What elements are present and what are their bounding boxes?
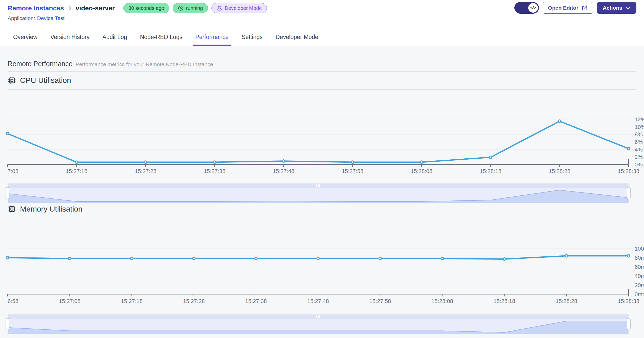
application-label: Application: — [8, 15, 35, 21]
divider — [8, 71, 636, 72]
divider — [8, 218, 636, 218]
remote-instance-performance-page: Remote Instances video-server 30 seconds… — [0, 0, 644, 338]
application-row: Application: Device Test — [8, 15, 65, 21]
svg-text:40mb: 40mb — [635, 273, 644, 279]
panel-subtitle: Performance metrics for your Remote Node… — [76, 61, 213, 67]
panel-title: Remote Performance — [8, 60, 73, 68]
breadcrumb: Remote Instances video-server 30 seconds… — [8, 3, 267, 14]
svg-text:15:27:58: 15:27:58 — [342, 168, 363, 174]
svg-text:15:27:18: 15:27:18 — [66, 168, 88, 174]
tab-developer-mode[interactable]: Developer Mode — [275, 28, 319, 46]
tab-node-red-logs[interactable]: Node-RED Logs — [140, 28, 183, 46]
svg-text:6%: 6% — [635, 139, 643, 145]
code-icon: </> — [528, 3, 538, 13]
svg-text:8%: 8% — [635, 131, 643, 138]
svg-text:12%: 12% — [635, 116, 644, 123]
cpu-range-brush[interactable] — [8, 183, 644, 203]
svg-text:7:08: 7:08 — [8, 168, 18, 174]
svg-text:15:27:08: 15:27:08 — [59, 298, 81, 304]
actions-label: Actions — [603, 5, 622, 11]
svg-text:20mb: 20mb — [635, 282, 644, 288]
svg-text:15:27:18: 15:27:18 — [121, 298, 143, 304]
svg-text:60mb: 60mb — [635, 264, 644, 270]
brush-left-handle[interactable] — [6, 318, 9, 330]
brush-left-handle[interactable] — [6, 187, 9, 199]
svg-text:15:27:28: 15:27:28 — [183, 298, 205, 304]
cpu-utilisation-chart: 0%2%4%6%8%10%12%7:0815:27:1815:27:2815:2… — [8, 99, 644, 175]
developer-mode-toggle[interactable]: </> — [514, 2, 539, 14]
tab-settings[interactable]: Settings — [241, 28, 263, 46]
divider — [8, 89, 636, 90]
panel-header: Remote Performance Performance metrics f… — [8, 60, 213, 68]
svg-text:15:28:38: 15:28:38 — [618, 168, 639, 174]
chevron-right-icon — [67, 5, 73, 11]
last-seen-label: 30 seconds ago — [128, 5, 164, 11]
developer-mode-badge: Developer Mode — [211, 3, 267, 13]
memory-utilisation-chart: 0mb20mb40mb60mb80mb100mb6:5815:27:0815:2… — [8, 228, 644, 307]
open-editor-label: Open Editor — [548, 5, 578, 11]
svg-text:15:27:48: 15:27:48 — [273, 168, 295, 174]
chevron-down-icon — [625, 5, 631, 11]
memory-section-title: Memory Utilisation — [20, 205, 83, 213]
instance-name: video-server — [76, 4, 115, 12]
performance-panel: Remote Performance Performance metrics f… — [0, 46, 644, 338]
svg-text:15:28:08: 15:28:08 — [432, 298, 453, 304]
svg-text:15:27:58: 15:27:58 — [369, 298, 391, 304]
page-header: Remote Instances video-server 30 seconds… — [0, 0, 644, 46]
svg-text:80mb: 80mb — [635, 255, 644, 261]
svg-text:0%: 0% — [635, 161, 643, 168]
svg-text:15:28:18: 15:28:18 — [494, 298, 515, 304]
beaker-icon — [217, 5, 222, 11]
cpu-section-title: CPU Utilisation — [20, 76, 71, 85]
application-link[interactable]: Device Test — [37, 15, 65, 21]
svg-text:4%: 4% — [635, 146, 643, 153]
running-status-badge: running — [173, 3, 208, 13]
svg-text:15:28:28: 15:28:28 — [549, 168, 571, 174]
developer-mode-label: Developer Mode — [225, 5, 262, 11]
brush-grip-icon[interactable] — [316, 184, 320, 187]
running-label: running — [186, 5, 203, 11]
svg-text:6:58: 6:58 — [8, 298, 18, 304]
breadcrumb-remote-instances-link[interactable]: Remote Instances — [8, 4, 64, 12]
svg-text:100mb: 100mb — [635, 246, 644, 252]
open-editor-button[interactable]: Open Editor — [543, 2, 593, 14]
brush-grip-icon[interactable] — [316, 315, 320, 318]
svg-text:15:27:38: 15:27:38 — [204, 168, 226, 174]
svg-text:15:28:38: 15:28:38 — [618, 298, 639, 304]
cpu-chip-icon — [8, 205, 16, 213]
svg-text:15:28:28: 15:28:28 — [556, 298, 577, 304]
external-link-icon — [581, 5, 588, 11]
cpu-section-header: CPU Utilisation — [8, 72, 71, 89]
status-badges: 30 seconds ago running Developer Mode — [123, 3, 267, 13]
tab-bar: Overview Version History Audit Log Node-… — [13, 28, 319, 46]
memory-section-header: Memory Utilisation — [8, 201, 83, 217]
last-seen-badge: 30 seconds ago — [123, 3, 169, 13]
brush-right-handle[interactable] — [627, 187, 630, 199]
play-circle-icon — [178, 5, 184, 11]
memory-range-brush[interactable] — [8, 314, 644, 334]
svg-text:15:28:18: 15:28:18 — [480, 168, 501, 174]
svg-text:10%: 10% — [635, 124, 644, 130]
svg-text:0mb: 0mb — [635, 291, 644, 297]
svg-text:15:27:38: 15:27:38 — [245, 298, 267, 304]
cpu-chip-icon — [8, 76, 16, 85]
tab-overview[interactable]: Overview — [13, 28, 38, 46]
svg-text:15:28:08: 15:28:08 — [411, 168, 433, 174]
tab-version-history[interactable]: Version History — [50, 28, 90, 46]
svg-text:2%: 2% — [635, 154, 643, 160]
tab-audit-log[interactable]: Audit Log — [102, 28, 128, 46]
svg-text:15:27:28: 15:27:28 — [135, 168, 157, 174]
svg-text:15:27:48: 15:27:48 — [307, 298, 329, 304]
tab-performance[interactable]: Performance — [195, 28, 229, 46]
brush-right-handle[interactable] — [627, 318, 630, 330]
header-controls: </> Open Editor Actions — [514, 2, 636, 14]
actions-button[interactable]: Actions — [597, 2, 636, 14]
